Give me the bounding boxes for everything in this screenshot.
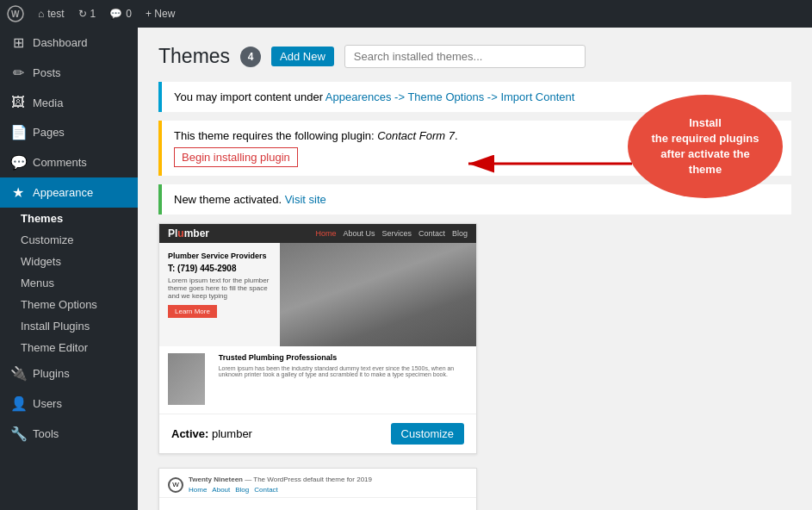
theme-card-plumber: Plumber Home About Us Services Contact B…	[158, 223, 477, 454]
plumber-nav-blog: Blog	[452, 229, 468, 238]
plumber-nav-links: Home About Us Services Contact Blog	[315, 229, 468, 238]
tn-nav-links: Home About Blog Contact	[189, 486, 372, 494]
comments-icon: 💬	[10, 154, 26, 171]
notice-import-link[interactable]: Appearences -> Theme Options -> Import C…	[325, 90, 575, 103]
sidebar-sublabel-install-plugins: Install Plugins	[21, 320, 90, 333]
tn-logo-icon: W	[168, 477, 183, 493]
sidebar-sublabel-customize: Customize	[21, 233, 73, 246]
page-header: Themes 4 Add New	[158, 45, 791, 68]
pages-icon: 📄	[10, 124, 26, 140]
sidebar-subitem-widgets[interactable]: Widgets	[0, 251, 138, 272]
site-name-item[interactable]: ⌂ test	[38, 8, 65, 20]
sidebar-subitem-menus[interactable]: Menus	[0, 272, 138, 294]
plumber-bottom-img	[168, 353, 205, 405]
plumber-nav-contact: Contact	[418, 229, 445, 238]
sidebar-sublabel-theme-options: Theme Options	[21, 298, 97, 311]
sidebar-item-posts[interactable]: ✏ Posts	[0, 58, 138, 88]
updates-item[interactable]: ↻ 1	[78, 8, 96, 20]
customize-button-plumber[interactable]: Customize	[391, 423, 464, 445]
sidebar-item-appearance[interactable]: ★ Appearance	[0, 177, 138, 208]
sidebar-label-plugins: Plugins	[33, 367, 70, 380]
tn-nav-contact: Contact	[254, 486, 278, 494]
users-icon: 👤	[10, 395, 26, 412]
plumber-learn-more-btn[interactable]: Learn More	[168, 305, 217, 318]
sidebar-subitem-themes[interactable]: Themes	[0, 208, 138, 229]
svg-text:W: W	[11, 9, 20, 19]
new-item[interactable]: + New	[146, 8, 175, 20]
notice-import-text: You may import content under	[174, 90, 325, 103]
sidebar-sublabel-themes: Themes	[21, 212, 63, 225]
theme-preview-twentynineteen: W Twenty Nineteen — The WordPress defaul…	[159, 469, 476, 510]
sidebar-subitem-theme-editor[interactable]: Theme Editor	[0, 337, 138, 358]
plumber-nav: Plumber Home About Us Services Contact B…	[159, 224, 476, 243]
theme-preview-plumber: Plumber Home About Us Services Contact B…	[159, 224, 476, 414]
sidebar-subitem-theme-options[interactable]: Theme Options	[0, 294, 138, 315]
sidebar-label-pages: Pages	[33, 126, 65, 139]
plumber-preview: Plumber Home About Us Services Contact B…	[159, 224, 476, 414]
home-icon: ⌂	[38, 8, 44, 20]
theme-footer-plumber: Active: plumber Customize	[159, 414, 476, 453]
sidebar-item-users[interactable]: 👤 Users	[0, 389, 138, 419]
sidebar-item-dashboard[interactable]: ⊞ Dashboard	[0, 28, 138, 58]
install-callout: Installthe required pluginsafter activat…	[628, 95, 783, 198]
posts-icon: ✏	[10, 65, 26, 81]
sidebar-label-dashboard: Dashboard	[33, 36, 88, 49]
sidebar-item-tools[interactable]: 🔧 Tools	[0, 419, 138, 449]
sidebar: ⊞ Dashboard ✏ Posts 🖼 Media 📄 Pages 💬 Co…	[0, 28, 138, 510]
sidebar-label-posts: Posts	[33, 66, 61, 79]
themes-count-badge: 4	[240, 47, 261, 67]
search-input[interactable]	[344, 45, 586, 68]
tn-description: Twenty Nineteen — The WordPress default …	[189, 476, 372, 483]
callout-text: Installthe required pluginsafter activat…	[652, 115, 759, 178]
sidebar-subitem-install-plugins[interactable]: Install Plugins	[0, 315, 138, 337]
comments-item[interactable]: 💬 0	[109, 8, 132, 20]
plumber-nav-services: Services	[381, 229, 412, 238]
sidebar-sublabel-theme-editor: Theme Editor	[21, 341, 88, 354]
notice-plugin-text: This theme requires the following plugin…	[174, 129, 458, 142]
sidebar-item-pages[interactable]: 📄 Pages	[0, 117, 138, 147]
content-area: Themes 4 Add New You may import content …	[138, 28, 812, 510]
plumber-hero-phone: T: (719) 445-2908	[168, 264, 271, 273]
updates-icon: ↻	[78, 8, 87, 20]
plumber-hero: Plumber Service Providers T: (719) 445-2…	[159, 243, 476, 346]
wp-logo-icon: W	[7, 5, 24, 22]
plumber-hero-text: Plumber Service Providers T: (719) 445-2…	[159, 243, 280, 346]
sidebar-subitem-customize[interactable]: Customize	[0, 229, 138, 251]
sidebar-label-appearance: Appearance	[33, 186, 93, 199]
plumber-hero-img	[280, 243, 476, 346]
themes-grid: Plumber Home About Us Services Contact B…	[158, 223, 791, 510]
add-new-button[interactable]: Add New	[271, 47, 334, 66]
dashboard-icon: ⊞	[10, 34, 26, 51]
tn-nav-home: Home	[189, 486, 207, 494]
site-name: test	[47, 8, 64, 20]
tn-content: Welcome	[159, 498, 476, 510]
tn-site-info: Twenty Nineteen — The WordPress default …	[189, 476, 372, 494]
begin-install-button[interactable]: Begin installing plugin	[174, 147, 298, 167]
plugins-icon: 🔌	[10, 365, 26, 382]
tn-nav-blog: Blog	[235, 486, 249, 494]
sidebar-label-tools: Tools	[33, 427, 59, 440]
plumber-nav-about: About Us	[343, 229, 375, 238]
plumber-hero-desc: Lorem ipsum text for the plumber theme g…	[168, 277, 271, 300]
new-label: + New	[146, 8, 175, 20]
warning-section: This theme requires the following plugin…	[158, 121, 791, 176]
notice-activated-text: New theme activated.	[174, 193, 285, 206]
wp-logo-item[interactable]: W	[7, 5, 24, 22]
theme-active-label: Active: plumber	[171, 427, 252, 440]
twentynineteen-preview: W Twenty Nineteen — The WordPress defaul…	[159, 469, 476, 510]
comments-count: 0	[126, 8, 132, 20]
appearance-icon: ★	[10, 184, 26, 201]
plumber-logo: Plumber	[168, 227, 209, 239]
tools-icon: 🔧	[10, 426, 26, 442]
tn-header: W Twenty Nineteen — The WordPress defaul…	[159, 469, 476, 498]
sidebar-item-media[interactable]: 🖼 Media	[0, 88, 138, 117]
theme-card-twentynineteen: W Twenty Nineteen — The WordPress defaul…	[158, 468, 477, 510]
sidebar-item-comments[interactable]: 💬 Comments	[0, 147, 138, 177]
sidebar-item-plugins[interactable]: 🔌 Plugins	[0, 358, 138, 389]
media-icon: 🖼	[10, 95, 26, 110]
comments-icon: 💬	[109, 8, 122, 20]
plumber-section: Trusted Plumbing Professionals Lorem ips…	[159, 346, 476, 412]
plumber-section-text: Lorem ipsum has been the industry standa…	[219, 365, 468, 377]
notice-visit-site-link[interactable]: Visit site	[285, 193, 326, 206]
plumber-section-title: Trusted Plumbing Professionals	[219, 353, 468, 362]
